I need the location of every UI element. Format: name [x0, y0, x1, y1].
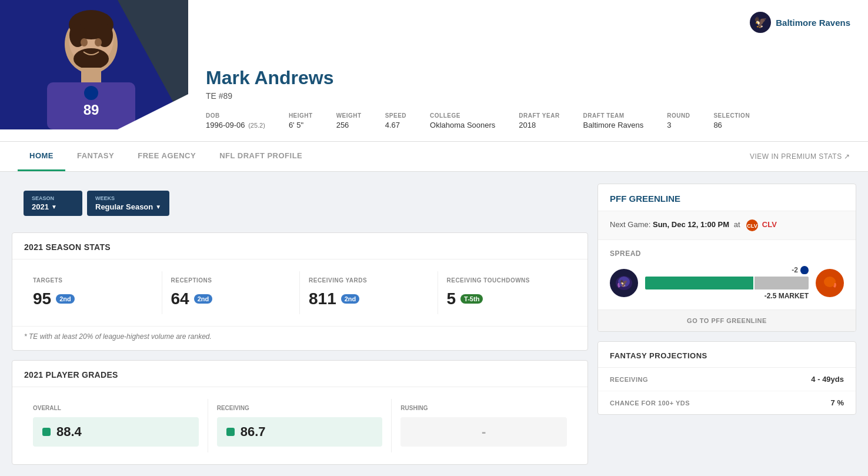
overall-grade-dot-icon: [42, 428, 51, 436]
receiving-grade-box: RECEIVING 86.7: [208, 399, 392, 452]
overall-grade-value: 88.4: [56, 424, 82, 440]
grades-grid: OVERALL 88.4 RECEIVING 86.7 RUSHING: [12, 387, 587, 464]
targets-value: 95: [33, 289, 51, 308]
spread-row: 🦅 -2 -2.5 MARKET: [610, 266, 844, 300]
ravens-helmet-icon: 🦅: [610, 269, 638, 297]
receiving-grade-value: 86.7: [241, 424, 266, 440]
receptions-rank: 2nd: [194, 294, 213, 304]
spread-bar-gray: [755, 277, 809, 289]
svg-text:CLV: CLV: [747, 223, 757, 229]
opponent-team-link[interactable]: CLV: [762, 220, 777, 229]
receptions-value: 64: [171, 289, 189, 308]
nfl-shield-icon: [800, 266, 809, 274]
svg-point-9: [74, 48, 109, 69]
player-info: Mark Andrews TE #89 DOB 1996-09-06 (25.2…: [188, 55, 850, 129]
svg-text:🦅: 🦅: [620, 279, 628, 287]
main-content: SEASON 2021 ▼ WEEKS Regular Season ▼ 202…: [0, 172, 868, 476]
go-greenline-button[interactable]: GO TO PFF GREENLINE: [598, 309, 856, 331]
receiving-proj-label: RECEIVING: [610, 376, 648, 383]
college-stat: COLLEGE Oklahoma Sooners: [430, 112, 495, 129]
svg-text:🦅: 🦅: [754, 16, 767, 29]
season-stats-title: 2021 SEASON STATS: [12, 233, 587, 259]
tab-free-agency[interactable]: FREE AGENCY: [126, 142, 208, 171]
round-stat: ROUND 3: [667, 112, 690, 129]
100yds-proj-value: 7 %: [831, 398, 844, 407]
svg-point-13: [84, 86, 98, 100]
player-grades-card: 2021 PLAYER GRADES OVERALL 88.4 RECEIVIN…: [12, 360, 588, 465]
height-stat: HEIGHT 6' 5": [289, 112, 313, 129]
fantasy-projections-card: FANTASY PROJECTIONS RECEIVING 4 - 49yds …: [597, 341, 856, 415]
spread-bar-green: [645, 277, 753, 289]
100yds-proj-label: CHANCE FOR 100+ YDS: [610, 400, 690, 407]
ravens-logo-icon: 🦅: [750, 12, 771, 33]
receiving-projection-row: RECEIVING 4 - 49yds: [598, 368, 856, 391]
100yds-projection-row: CHANCE FOR 100+ YDS 7 %: [598, 391, 856, 414]
player-grades-title: 2021 PLAYER GRADES: [12, 361, 587, 387]
player-bio-stats: DOB 1996-09-06 (25.2) HEIGHT 6' 5" WEIGH…: [206, 112, 850, 129]
spread-bars: [645, 277, 809, 289]
weeks-dropdown-arrow-icon: ▼: [155, 204, 161, 210]
weeks-filter[interactable]: WEEKS Regular Season ▼: [87, 191, 169, 216]
player-photo: 89: [0, 0, 188, 129]
svg-point-8: [95, 38, 102, 46]
season-stats-card: 2021 SEASON STATS TARGETS 95 2nd RECEPTI…: [12, 232, 588, 351]
selection-stat: SELECTION 86: [713, 112, 750, 129]
overall-grade-box: OVERALL 88.4: [24, 399, 208, 452]
right-column: PFF GREENLINE Next Game: Sun, Dec 12, 1:…: [597, 184, 856, 465]
svg-text:89: 89: [84, 102, 99, 118]
team-logo-area: 🦅 Baltimore Ravens: [750, 12, 850, 33]
tab-fantasy[interactable]: FANTASY: [65, 142, 126, 171]
rushing-grade-value: -: [482, 424, 486, 440]
targets-stat-box: TARGETS 95 2nd: [24, 271, 162, 314]
speed-stat: SPEED 4.67: [385, 112, 406, 129]
next-game-date: Sun, Dec 12, 1:00 PM: [653, 220, 729, 229]
player-header: 89 Mark Andrews TE #89 DOB 1996-09-06 (2…: [0, 0, 868, 142]
receiving-proj-value: 4 - 49yds: [811, 375, 844, 384]
season-filter[interactable]: SEASON 2021 ▼: [24, 191, 82, 216]
browns-helmet-icon: [816, 269, 844, 297]
receiving-tds-value: 5: [447, 289, 456, 308]
tab-nfl-draft-profile[interactable]: NFL DRAFT PROFILE: [208, 142, 314, 171]
weight-stat: WEIGHT 256: [336, 112, 362, 129]
projections-title: FANTASY PROJECTIONS: [598, 342, 856, 368]
greenline-title: PFF GREENLINE: [598, 184, 856, 211]
draft-team-stat: DRAFT TEAM Baltimore Ravens: [583, 112, 644, 129]
spread-bar-area: -2 -2.5 MARKET: [645, 266, 809, 300]
market-value: -2.5 MARKET: [764, 292, 809, 300]
draft-year-stat: DRAFT YEAR 2018: [519, 112, 559, 129]
stats-footnote: * TE with at least 20% of league-highest…: [12, 326, 587, 350]
premium-stats-link[interactable]: VIEW IN PREMIUM STATS ↗: [750, 152, 850, 161]
team-name[interactable]: Baltimore Ravens: [776, 18, 850, 28]
receiving-grade-dot-icon: [226, 428, 235, 436]
stats-grid: TARGETS 95 2nd RECEPTIONS 64 2nd RECEIVI…: [12, 259, 587, 326]
receiving-yards-stat-box: RECEIVING YARDS 811 2nd: [300, 271, 438, 314]
rushing-grade-box: RUSHING -: [392, 399, 576, 452]
targets-rank: 2nd: [56, 294, 75, 304]
spread-section: SPREAD 🦅 -2: [598, 240, 856, 309]
tab-home[interactable]: HOME: [18, 142, 65, 171]
greenline-card: PFF GREENLINE Next Game: Sun, Dec 12, 1:…: [597, 184, 856, 332]
receiving-yards-value: 811: [309, 289, 336, 308]
next-game-row: Next Game: Sun, Dec 12, 1:00 PM at CLV C…: [598, 211, 856, 240]
nav-tabs: HOME FANTASY FREE AGENCY NFL DRAFT PROFI…: [18, 142, 314, 171]
dob-value: 1996-09-06 (25.2): [206, 121, 265, 129]
svg-point-22: [824, 277, 836, 287]
receiving-yards-rank: 2nd: [341, 294, 360, 304]
player-name: Mark Andrews: [206, 67, 850, 89]
player-position: TE #89: [206, 91, 850, 101]
svg-point-7: [81, 38, 88, 46]
filter-bar: SEASON 2021 ▼ WEEKS Regular Season ▼: [12, 184, 588, 223]
receiving-tds-rank: T-5th: [460, 294, 483, 304]
receiving-tds-stat-box: RECEIVING TOUCHDOWNS 5 T-5th: [438, 271, 576, 314]
dob-stat: DOB 1996-09-06 (25.2): [206, 112, 265, 129]
nav-bar: HOME FANTASY FREE AGENCY NFL DRAFT PROFI…: [0, 142, 868, 172]
receptions-stat-box: RECEPTIONS 64 2nd: [162, 271, 301, 314]
left-column: SEASON 2021 ▼ WEEKS Regular Season ▼ 202…: [12, 184, 588, 465]
browns-logo-icon: CLV: [746, 219, 758, 231]
season-dropdown-arrow-icon: ▼: [51, 204, 57, 210]
